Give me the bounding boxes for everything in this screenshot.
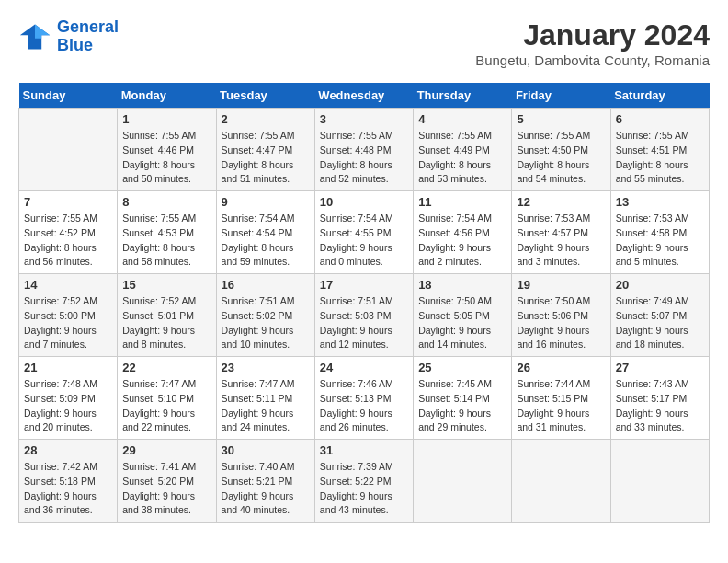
calendar-cell: 6Sunrise: 7:55 AMSunset: 4:51 PMDaylight… [610,109,709,191]
weekday-header-friday: Friday [512,83,610,109]
calendar-cell: 23Sunrise: 7:47 AMSunset: 5:11 PMDayligh… [216,357,314,440]
logo-text: General Blue [57,18,119,55]
calendar-cell: 28Sunrise: 7:42 AMSunset: 5:18 PMDayligh… [19,440,118,523]
day-info: Sunrise: 7:55 AMSunset: 4:47 PMDaylight:… [222,129,310,187]
day-number: 28 [24,443,112,457]
day-info: Sunrise: 7:55 AMSunset: 4:53 PMDaylight:… [122,212,210,270]
weekday-header-saturday: Saturday [610,83,709,109]
calendar-cell: 11Sunrise: 7:54 AMSunset: 4:56 PMDayligh… [414,191,512,274]
calendar-cell: 9Sunrise: 7:54 AMSunset: 4:54 PMDaylight… [216,191,314,274]
day-info: Sunrise: 7:53 AMSunset: 4:58 PMDaylight:… [616,212,704,270]
day-number: 10 [320,195,408,209]
day-info: Sunrise: 7:44 AMSunset: 5:15 PMDaylight:… [517,377,605,435]
day-number: 18 [418,278,506,292]
day-info: Sunrise: 7:42 AMSunset: 5:18 PMDaylight:… [24,460,112,518]
calendar-cell [610,440,709,523]
day-info: Sunrise: 7:53 AMSunset: 4:57 PMDaylight:… [517,212,605,270]
day-info: Sunrise: 7:48 AMSunset: 5:09 PMDaylight:… [24,377,112,435]
title-block: January 2024 Bungetu, Dambovita County, … [475,18,710,68]
weekday-header-sunday: Sunday [19,83,118,109]
day-info: Sunrise: 7:55 AMSunset: 4:50 PMDaylight:… [517,129,605,187]
day-number: 13 [616,195,704,209]
day-number: 26 [517,361,605,374]
day-info: Sunrise: 7:47 AMSunset: 5:11 PMDaylight:… [222,377,310,435]
calendar-cell [512,440,610,523]
day-number: 4 [418,112,506,126]
day-number: 8 [122,195,210,209]
calendar-cell: 12Sunrise: 7:53 AMSunset: 4:57 PMDayligh… [512,191,610,274]
day-info: Sunrise: 7:52 AMSunset: 5:01 PMDaylight:… [122,294,210,352]
calendar-cell: 7Sunrise: 7:55 AMSunset: 4:52 PMDaylight… [19,191,118,274]
day-number: 20 [616,278,704,292]
calendar-cell: 14Sunrise: 7:52 AMSunset: 5:00 PMDayligh… [19,274,118,357]
logo: General Blue [18,18,119,55]
day-info: Sunrise: 7:54 AMSunset: 4:55 PMDaylight:… [320,212,408,270]
day-number: 15 [122,278,210,292]
calendar-cell: 20Sunrise: 7:49 AMSunset: 5:07 PMDayligh… [610,274,709,357]
day-info: Sunrise: 7:55 AMSunset: 4:51 PMDaylight:… [616,129,704,187]
day-number: 5 [517,112,605,126]
day-info: Sunrise: 7:55 AMSunset: 4:52 PMDaylight:… [24,212,112,270]
day-info: Sunrise: 7:49 AMSunset: 5:07 PMDaylight:… [616,294,704,352]
day-number: 24 [320,361,408,374]
calendar-cell: 8Sunrise: 7:55 AMSunset: 4:53 PMDaylight… [118,191,216,274]
calendar-week-row: 28Sunrise: 7:42 AMSunset: 5:18 PMDayligh… [19,440,710,523]
day-info: Sunrise: 7:40 AMSunset: 5:21 PMDaylight:… [222,460,310,518]
day-number: 1 [122,112,210,126]
calendar-cell: 21Sunrise: 7:48 AMSunset: 5:09 PMDayligh… [19,357,118,440]
calendar-week-row: 21Sunrise: 7:48 AMSunset: 5:09 PMDayligh… [19,357,710,440]
calendar-cell [414,440,512,523]
day-number: 17 [320,278,408,292]
day-number: 9 [222,195,310,209]
calendar-week-row: 1Sunrise: 7:55 AMSunset: 4:46 PMDaylight… [19,109,710,191]
weekday-header-thursday: Thursday [414,83,512,109]
day-number: 19 [517,278,605,292]
calendar-cell: 27Sunrise: 7:43 AMSunset: 5:17 PMDayligh… [610,357,709,440]
day-info: Sunrise: 7:51 AMSunset: 5:03 PMDaylight:… [320,294,408,352]
day-number: 16 [222,278,310,292]
day-number: 25 [418,361,506,374]
calendar-table: SundayMondayTuesdayWednesdayThursdayFrid… [18,83,710,523]
calendar-week-row: 7Sunrise: 7:55 AMSunset: 4:52 PMDaylight… [19,191,710,274]
day-number: 22 [122,361,210,374]
day-info: Sunrise: 7:39 AMSunset: 5:22 PMDaylight:… [320,460,408,518]
calendar-cell: 3Sunrise: 7:55 AMSunset: 4:48 PMDaylight… [314,109,413,191]
day-info: Sunrise: 7:54 AMSunset: 4:54 PMDaylight:… [222,212,310,270]
day-number: 6 [616,112,704,126]
day-info: Sunrise: 7:50 AMSunset: 5:05 PMDaylight:… [418,294,506,352]
day-number: 12 [517,195,605,209]
day-number: 21 [24,361,112,374]
day-info: Sunrise: 7:46 AMSunset: 5:13 PMDaylight:… [320,377,408,435]
calendar-cell: 2Sunrise: 7:55 AMSunset: 4:47 PMDaylight… [216,109,314,191]
calendar-cell: 24Sunrise: 7:46 AMSunset: 5:13 PMDayligh… [314,357,413,440]
calendar-cell: 4Sunrise: 7:55 AMSunset: 4:49 PMDaylight… [414,109,512,191]
day-info: Sunrise: 7:51 AMSunset: 5:02 PMDaylight:… [222,294,310,352]
calendar-cell: 1Sunrise: 7:55 AMSunset: 4:46 PMDaylight… [118,109,216,191]
calendar-cell: 5Sunrise: 7:55 AMSunset: 4:50 PMDaylight… [512,109,610,191]
month-year-title: January 2024 [475,18,710,52]
location-subtitle: Bungetu, Dambovita County, Romania [475,52,710,68]
weekday-header-tuesday: Tuesday [216,83,314,109]
day-number: 2 [222,112,310,126]
day-info: Sunrise: 7:41 AMSunset: 5:20 PMDaylight:… [122,460,210,518]
calendar-week-row: 14Sunrise: 7:52 AMSunset: 5:00 PMDayligh… [19,274,710,357]
day-info: Sunrise: 7:55 AMSunset: 4:48 PMDaylight:… [320,129,408,187]
calendar-cell: 30Sunrise: 7:40 AMSunset: 5:21 PMDayligh… [216,440,314,523]
calendar-cell: 31Sunrise: 7:39 AMSunset: 5:22 PMDayligh… [314,440,413,523]
day-number: 31 [320,443,408,457]
calendar-cell [19,109,118,191]
calendar-cell: 16Sunrise: 7:51 AMSunset: 5:02 PMDayligh… [216,274,314,357]
day-info: Sunrise: 7:55 AMSunset: 4:46 PMDaylight:… [122,129,210,187]
svg-marker-1 [35,24,50,38]
day-info: Sunrise: 7:52 AMSunset: 5:00 PMDaylight:… [24,294,112,352]
logo-icon [18,20,51,53]
calendar-cell: 15Sunrise: 7:52 AMSunset: 5:01 PMDayligh… [118,274,216,357]
calendar-cell: 17Sunrise: 7:51 AMSunset: 5:03 PMDayligh… [314,274,413,357]
weekday-header-monday: Monday [118,83,216,109]
day-info: Sunrise: 7:45 AMSunset: 5:14 PMDaylight:… [418,377,506,435]
day-info: Sunrise: 7:47 AMSunset: 5:10 PMDaylight:… [122,377,210,435]
day-number: 23 [222,361,310,374]
calendar-cell: 19Sunrise: 7:50 AMSunset: 5:06 PMDayligh… [512,274,610,357]
calendar-cell: 25Sunrise: 7:45 AMSunset: 5:14 PMDayligh… [414,357,512,440]
weekday-header-row: SundayMondayTuesdayWednesdayThursdayFrid… [19,83,710,109]
